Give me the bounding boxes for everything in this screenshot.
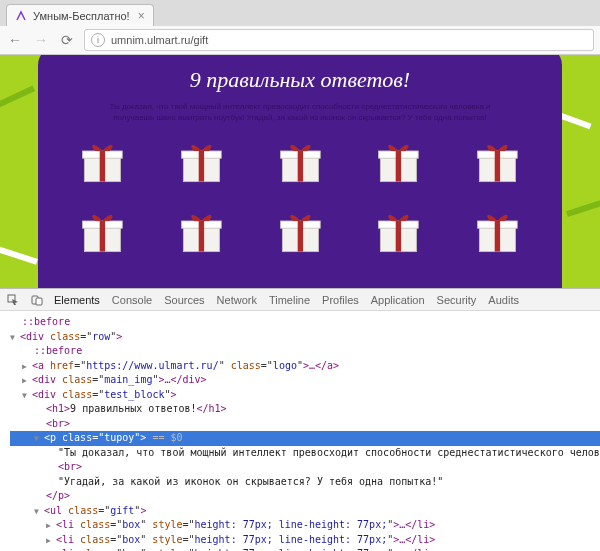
- url-text: umnim.ulmart.ru/gift: [111, 34, 208, 46]
- gift-grid: [62, 133, 538, 257]
- devtools-tab-application[interactable]: Application: [371, 294, 425, 306]
- svg-rect-29: [495, 221, 500, 252]
- dom-node[interactable]: <div class="row">: [20, 331, 122, 342]
- dom-node-selected[interactable]: <p class="tupoy"> == $0: [44, 432, 183, 443]
- svg-rect-20: [198, 221, 203, 252]
- url-field[interactable]: i umnim.ulmart.ru/gift: [84, 29, 594, 51]
- gift-box[interactable]: [161, 133, 242, 187]
- devtools-panel: Elements Console Sources Network Timelin…: [0, 288, 600, 551]
- svg-rect-2: [100, 151, 105, 182]
- expand-icon[interactable]: [34, 504, 44, 519]
- devtools-tab-sources[interactable]: Sources: [164, 294, 204, 306]
- dom-node[interactable]: <ul class="gift">: [44, 505, 146, 516]
- address-bar: ← → ⟳ i umnim.ulmart.ru/gift: [0, 26, 600, 54]
- site-info-icon[interactable]: i: [91, 33, 105, 47]
- expand-icon[interactable]: [34, 431, 44, 446]
- dom-node[interactable]: </p>: [46, 490, 70, 501]
- expand-icon[interactable]: [46, 518, 56, 533]
- dom-node[interactable]: <div class="test_block">: [32, 389, 177, 400]
- devtools-tab-audits[interactable]: Audits: [488, 294, 519, 306]
- result-card: 9 правильных ответов! Ты доказал, что тв…: [38, 55, 562, 288]
- result-subtext: Ты доказал, что твой мощный интеллект пр…: [90, 101, 510, 123]
- back-button[interactable]: ←: [6, 31, 24, 49]
- gift-box[interactable]: [358, 133, 439, 187]
- dom-node[interactable]: <h1>9 правильных ответов!</h1>: [46, 403, 227, 414]
- devtools-tab-profiles[interactable]: Profiles: [322, 294, 359, 306]
- svg-rect-32: [36, 298, 42, 305]
- inspect-icon[interactable]: [6, 293, 20, 307]
- gift-box[interactable]: [457, 133, 538, 187]
- dom-node[interactable]: <br>: [58, 461, 82, 472]
- tab-bar: Умным-Бесплатно! ×: [0, 0, 600, 26]
- expand-icon[interactable]: [22, 373, 32, 388]
- gift-box[interactable]: [260, 203, 341, 257]
- dom-node[interactable]: <div class="main_img">…</div>: [32, 374, 207, 385]
- gift-box[interactable]: [161, 203, 242, 257]
- elements-tree[interactable]: ::before <div class="row"> ::before <a h…: [0, 311, 600, 551]
- devtools-tab-security[interactable]: Security: [437, 294, 477, 306]
- gift-box[interactable]: [457, 203, 538, 257]
- device-toggle-icon[interactable]: [30, 293, 44, 307]
- dom-pseudo: ::before: [34, 345, 82, 356]
- expand-icon[interactable]: [22, 388, 32, 403]
- dom-node[interactable]: <br>: [46, 418, 70, 429]
- expand-icon[interactable]: [46, 547, 56, 551]
- expand-icon[interactable]: [10, 330, 20, 345]
- svg-rect-26: [396, 221, 401, 252]
- page-viewport: 9 правильных ответов! Ты доказал, что тв…: [0, 55, 600, 288]
- devtools-tab-network[interactable]: Network: [217, 294, 257, 306]
- dom-node[interactable]: <li class="box" style="height: 77px; lin…: [56, 519, 435, 530]
- gift-box[interactable]: [62, 203, 143, 257]
- dom-node[interactable]: <a href="https://www.ulmart.ru/" class="…: [32, 360, 339, 371]
- svg-rect-5: [198, 151, 203, 182]
- gift-box[interactable]: [358, 203, 439, 257]
- svg-rect-23: [297, 221, 302, 252]
- svg-rect-17: [100, 221, 105, 252]
- dom-text[interactable]: "Угадай, за какой из иконок он скрываетс…: [58, 476, 443, 487]
- devtools-tab-elements[interactable]: Elements: [54, 294, 100, 306]
- expand-icon[interactable]: [22, 359, 32, 374]
- favicon-icon: [15, 10, 27, 22]
- dom-text[interactable]: "Ты доказал, что твой мощный интеллект п…: [58, 447, 600, 458]
- reload-button[interactable]: ⟳: [58, 31, 76, 49]
- svg-rect-8: [297, 151, 302, 182]
- dom-node[interactable]: <li class="box" style="height: 77px; lin…: [56, 534, 435, 545]
- result-heading: 9 правильных ответов!: [62, 67, 538, 93]
- gift-box[interactable]: [260, 133, 341, 187]
- devtools-tab-console[interactable]: Console: [112, 294, 152, 306]
- gift-box[interactable]: [62, 133, 143, 187]
- browser-tab[interactable]: Умным-Бесплатно! ×: [6, 4, 154, 26]
- svg-rect-14: [495, 151, 500, 182]
- dom-pseudo: ::before: [22, 316, 70, 327]
- tab-title: Умным-Бесплатно!: [33, 10, 130, 22]
- svg-rect-11: [396, 151, 401, 182]
- devtools-toolbar: Elements Console Sources Network Timelin…: [0, 289, 600, 311]
- tab-close-icon[interactable]: ×: [130, 9, 145, 23]
- expand-icon[interactable]: [46, 533, 56, 548]
- devtools-tabs: Elements Console Sources Network Timelin…: [54, 294, 519, 306]
- devtools-tab-timeline[interactable]: Timeline: [269, 294, 310, 306]
- forward-button[interactable]: →: [32, 31, 50, 49]
- browser-chrome: Умным-Бесплатно! × ← → ⟳ i umnim.ulmart.…: [0, 0, 600, 55]
